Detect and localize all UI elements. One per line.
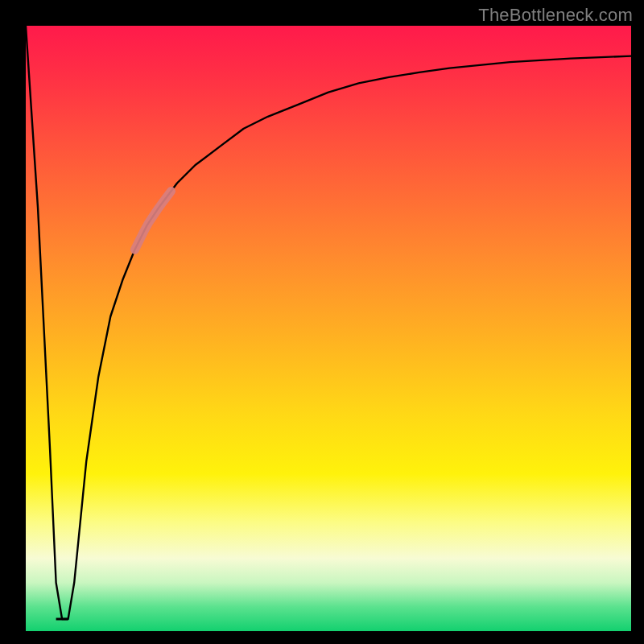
watermark-text: TheBottleneck.com xyxy=(478,5,633,26)
plot-area xyxy=(26,26,631,631)
chart-frame: TheBottleneck.com xyxy=(0,0,644,644)
bottleneck-curve xyxy=(26,26,631,631)
highlight-segment xyxy=(134,192,171,250)
curve-path xyxy=(26,26,631,619)
